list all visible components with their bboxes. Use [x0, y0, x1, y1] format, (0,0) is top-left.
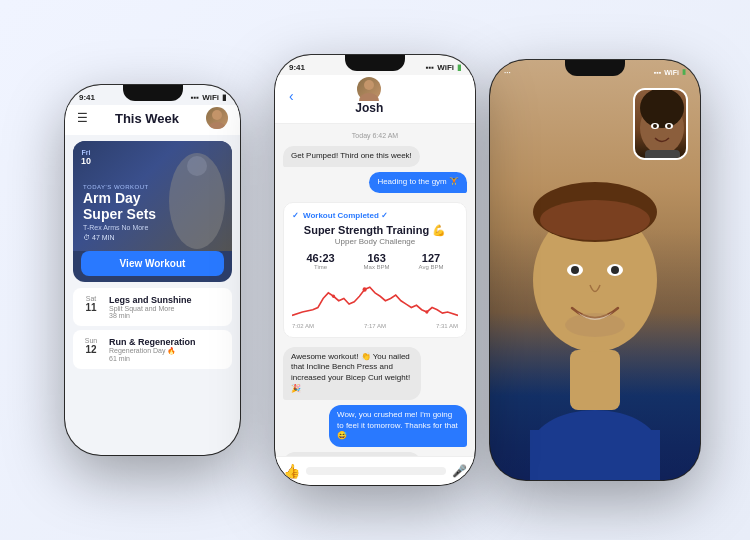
schedule-item-sun[interactable]: Sun 12 Run & Regeneration Regeneration D… [73, 330, 232, 369]
schedule-item-sat[interactable]: Sat 11 Legs and Sunshine Split Squat and… [73, 288, 232, 326]
wc-subtitle: Upper Body Challenge [292, 237, 458, 246]
center-signal: ▪▪▪ [426, 63, 435, 72]
phones-container: 9:41 ▪▪▪ WiFi ▮ ☰ This Week [0, 0, 750, 540]
clock-icon: ⏱ [83, 234, 90, 241]
center-notch [345, 55, 405, 71]
phone-left: 9:41 ▪▪▪ WiFi ▮ ☰ This Week [65, 85, 240, 455]
svg-point-18 [611, 266, 619, 274]
msg-1: Get Pumped! Third one this week! [283, 146, 420, 167]
center-screen: 9:41 ▪▪▪ WiFi ▮ ‹ Josh [275, 55, 475, 485]
svg-point-3 [187, 156, 207, 176]
signal-icon: ▪▪▪ [191, 93, 200, 102]
menu-icon[interactable]: ☰ [77, 111, 88, 125]
day-label: Fri [82, 149, 91, 156]
stat-avgbpm: 127 Avg BPM [419, 252, 444, 270]
right-battery: ▮ [682, 68, 686, 76]
phone-right: ··· ▪▪▪ WiFi ▮ [490, 60, 700, 480]
week-title: This Week [115, 111, 179, 126]
msg-3: Awesome workout! 👏 You nailed that Incli… [283, 347, 421, 400]
svg-point-25 [667, 124, 671, 128]
left-time: 9:41 [79, 93, 95, 102]
right-time: ··· [504, 68, 511, 77]
chat-area: Get Pumped! Third one this week! Today 6… [275, 124, 475, 456]
svg-rect-10 [530, 430, 660, 480]
mic-icon[interactable]: 🎤 [452, 464, 467, 478]
svg-point-1 [208, 122, 226, 129]
wc-stats: 46:23 Time 163 Max BPM 127 Avg BPM [292, 252, 458, 270]
emoji-icon[interactable]: 👍 [283, 463, 300, 479]
back-button[interactable]: ‹ [289, 88, 294, 104]
svg-point-7 [332, 294, 335, 297]
center-time: 9:41 [289, 63, 305, 72]
contact-avatar [357, 77, 381, 101]
svg-point-23 [653, 124, 657, 128]
left-notch [123, 85, 183, 101]
stat-maxbpm: 163 Max BPM [364, 252, 390, 270]
wifi-icon: WiFi [202, 93, 219, 102]
chat-input[interactable] [306, 467, 446, 475]
schedule-info-sun: Run & Regeneration Regeneration Day 🔥 61… [109, 337, 224, 362]
svg-rect-26 [645, 150, 680, 160]
center-battery: ▮ [457, 63, 461, 72]
day-number: 10 [81, 156, 91, 166]
contact-name: Josh [355, 101, 383, 115]
workout-title: Arm Day Super Sets [83, 191, 156, 222]
center-wifi: WiFi [437, 63, 454, 72]
svg-point-6 [363, 287, 367, 292]
workout-bg: Fri 10 TODAY'S WORKOUT Arm Day Super Set… [73, 141, 232, 251]
svg-point-14 [540, 200, 650, 240]
msg-4: Wow, you crushed me! I'm going to feel i… [329, 405, 467, 447]
chat-header: ‹ Josh [275, 75, 475, 124]
workout-info: TODAY'S WORKOUT Arm Day Super Sets T-Rex… [83, 184, 156, 241]
stat-time: 46:23 Time [306, 252, 334, 270]
right-screen: ··· ▪▪▪ WiFi ▮ [490, 60, 700, 480]
workout-day: Fri 10 [81, 149, 91, 166]
schedule-day-sun: Sun 12 [81, 337, 101, 362]
wc-title: Super Strength Training 💪 [292, 224, 458, 237]
user-avatar[interactable] [206, 107, 228, 129]
view-workout-button[interactable]: View Workout [81, 251, 224, 276]
msg-2: Heading to the gym 🏋️ [369, 172, 467, 193]
chat-input-bar: 👍 🎤 [275, 456, 475, 485]
svg-point-19 [565, 313, 625, 337]
right-wifi: WiFi [664, 69, 679, 76]
right-status: ··· ▪▪▪ WiFi ▮ [490, 60, 700, 80]
schedule-info-sat: Legs and Sunshine Split Squat and More 3… [109, 295, 224, 319]
chart-time-labels: 7:02 AM 7:17 AM 7:31 AM [292, 323, 458, 329]
svg-point-16 [571, 266, 579, 274]
workout-subtitle: T-Rex Arms No More [83, 224, 156, 231]
pip-face [635, 90, 686, 158]
schedule-day-sat: Sat 11 [81, 295, 101, 319]
today-workout-card: Fri 10 TODAY'S WORKOUT Arm Day Super Set… [73, 141, 232, 282]
wc-completed-header: ✓ Workout Completed ✓ [292, 211, 458, 220]
workout-duration: ⏱ 47 MIN [83, 234, 156, 241]
center-wrapper: 9:41 ▪▪▪ WiFi ▮ ‹ Josh [275, 55, 475, 485]
today-timestamp: Today 6:42 AM [283, 132, 467, 139]
svg-rect-11 [570, 350, 620, 410]
left-status-icons: ▪▪▪ WiFi ▮ [191, 93, 226, 102]
svg-point-4 [364, 80, 374, 90]
bpm-chart [292, 276, 458, 321]
right-status-icons: ▪▪▪ WiFi ▮ [654, 68, 686, 76]
left-header: ☰ This Week [65, 105, 240, 135]
pip-video[interactable] [633, 88, 688, 160]
right-signal: ▪▪▪ [654, 69, 661, 76]
center-status-icons: ▪▪▪ WiFi ▮ [426, 63, 461, 72]
svg-point-5 [359, 93, 379, 101]
svg-point-0 [212, 110, 222, 120]
workout-completed-card: ✓ Workout Completed ✓ Super Strength Tra… [283, 202, 467, 338]
check-icon: ✓ [292, 211, 299, 220]
right-status-bar: ··· ▪▪▪ WiFi ▮ [490, 60, 700, 80]
phone-center: 9:41 ▪▪▪ WiFi ▮ ‹ Josh [275, 55, 475, 485]
battery-icon: ▮ [222, 93, 226, 102]
svg-point-8 [425, 310, 428, 313]
left-screen: 9:41 ▪▪▪ WiFi ▮ ☰ This Week [65, 85, 240, 455]
